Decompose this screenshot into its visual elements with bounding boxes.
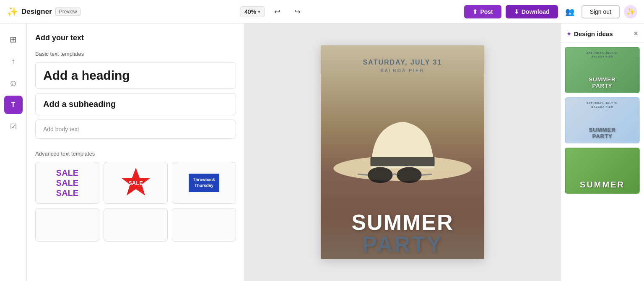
advanced-templates-grid: SALESALESALE SALE ThrowbackThursday [35,162,236,204]
text-panel: Add your text Basic text templates Add a… [27,23,245,281]
add-heading-item[interactable]: Add a heading [35,62,236,89]
nav-sticker-button[interactable]: ☺ [4,74,23,92]
logo-icon: ✨ [7,6,18,17]
svg-rect-2 [371,157,435,166]
sticker-icon: ☺ [9,78,17,88]
post-icon: ⬆ [473,8,478,15]
download-button[interactable]: ⬇ Download [506,5,558,18]
basic-templates: Add a heading Add a subheading Add body … [35,62,236,139]
canvas-location: BALBOA PIER [321,68,484,73]
di-item-1-label: SUMMERPARTY [566,76,639,89]
design-idea-1[interactable]: SATURDAY, JULY 31BALBOA PIER SUMMERPARTY [565,47,640,93]
zoom-value: 40% [244,8,256,15]
preview-badge: Preview [55,8,81,16]
nav-text-button[interactable]: T [4,96,23,114]
add-subheading-item[interactable]: Add a subheading [35,93,236,115]
design-ideas-header: ✦ Design ideas × [561,23,644,43]
basic-section-label: Basic text templates [35,51,236,57]
post-button[interactable]: ⬆ Post [464,5,501,18]
adv-template-5[interactable] [104,208,168,242]
advanced-section-label: Advanced text templates [35,151,236,157]
design-ideas-panel: ✦ Design ideas × SATURDAY, JULY 31BALBOA… [560,23,644,281]
design-ideas-list: SATURDAY, JULY 31BALBOA PIER SUMMERPARTY… [561,43,644,281]
throwback-template[interactable]: ThrowbackThursday [172,162,236,204]
adv-template-4[interactable] [35,208,99,242]
signout-button[interactable]: Sign out [582,5,620,18]
di-item-2-date: SATURDAY, JULY 31BALBOA PIER [566,101,639,109]
avatar: ✨ [624,5,637,18]
canvas-area[interactable]: SATURDAY, JULY 31 BALBOA PIER [245,23,560,281]
hat-illustration [329,79,476,209]
people-icon-button[interactable]: 👥 [562,4,577,19]
grid-icon: ⊞ [10,34,17,44]
topbar: ✨ Designer Preview 40% ▾ ↩ ↪ ⬆ Post ⬇ Do… [0,0,644,23]
adv-template-6[interactable] [172,208,236,242]
add-body-item[interactable]: Add body text [35,120,236,139]
svg-point-4 [397,167,422,183]
canvas-bottom-text: SUMMER PARTY [321,211,484,255]
canvas-summer-text: SUMMER [321,211,484,233]
design-ideas-title: ✦ Design ideas [566,30,613,37]
redo-icon: ↪ [294,7,301,16]
main-layout: ⊞ ↑ ☺ T ☑ Add your text Basic text templ… [0,23,644,281]
chevron-down-icon: ▾ [258,9,260,15]
undo-button[interactable]: ↩ [270,4,285,19]
canvas-image: SATURDAY, JULY 31 BALBOA PIER [321,45,484,259]
download-icon: ⬇ [514,8,519,15]
undo-icon: ↩ [274,7,280,16]
sale-badge-container: SALE [119,166,153,200]
app-logo: ✨ Designer Preview [7,6,80,17]
icon-nav: ⊞ ↑ ☺ T ☑ [0,23,27,281]
canvas-party-text: PARTY [321,233,484,255]
topbar-right: ⬆ Post ⬇ Download 👥 Sign out ✨ [464,4,637,19]
checkbox-icon: ☑ [10,122,17,131]
design-idea-2[interactable]: SATURDAY, JULY 31BALBOA PIER SUMMERPARTY [565,97,640,143]
zoom-control[interactable]: 40% ▾ [240,6,265,17]
advanced-templates-row2 [35,208,236,242]
sale-text-template[interactable]: SALESALESALE [35,162,99,204]
sale-badge-template[interactable]: SALE [104,162,168,204]
sparkle-icon: ✦ [566,31,571,37]
nav-checkbox-button[interactable]: ☑ [4,117,23,136]
di-item-3-label: SUMMER [566,180,639,190]
di-item-2-label: SUMMERPARTY [566,127,639,139]
svg-line-5 [358,174,368,175]
svg-line-6 [422,174,432,175]
design-ideas-close-button[interactable]: × [634,29,638,38]
svg-point-3 [368,167,393,183]
app-name: Designer [21,8,52,16]
design-idea-3[interactable]: SUMMER [565,148,640,194]
people-icon: 👥 [565,7,574,16]
throwback-label: ThrowbackThursday [189,174,219,192]
upload-icon: ↑ [11,57,15,66]
redo-button[interactable]: ↪ [290,4,305,19]
hat-svg [331,96,474,192]
advanced-section: Advanced text templates SALESALESALE SAL… [35,151,236,242]
sale-badge-label: SALE [128,180,143,186]
canvas-top-text: SATURDAY, JULY 31 BALBOA PIER [321,59,484,73]
di-item-1-date: SATURDAY, JULY 31BALBOA PIER [566,51,639,59]
topbar-center: 40% ▾ ↩ ↪ [86,4,459,19]
nav-upload-button[interactable]: ↑ [4,52,23,70]
text-icon: T [11,101,16,109]
panel-title: Add your text [35,34,236,42]
canvas-date: SATURDAY, JULY 31 [321,59,484,66]
sale-text-label: SALESALESALE [56,168,78,198]
nav-grid-button[interactable]: ⊞ [4,30,23,49]
